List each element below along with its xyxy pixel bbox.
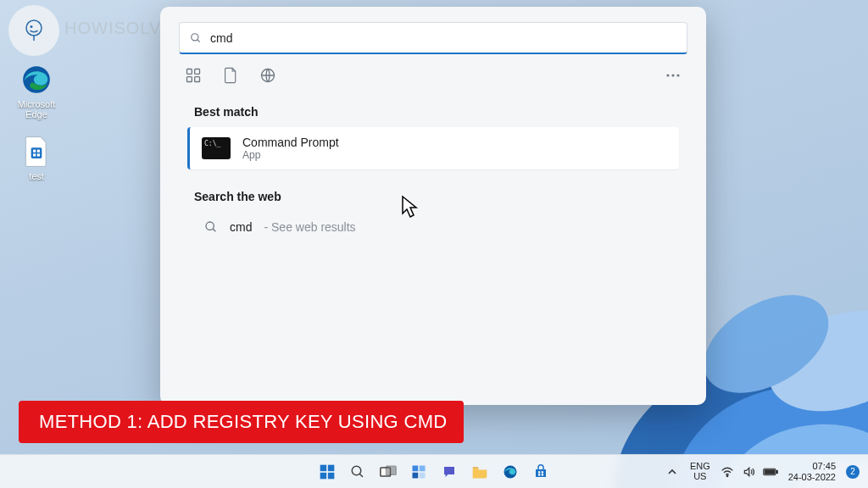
svg-rect-3: [31, 147, 42, 158]
desktop-icons: Microsoft Edge test: [8, 63, 64, 181]
task-view-button[interactable]: [376, 460, 400, 484]
web-result-term: cmd: [230, 220, 252, 234]
search-panel: Best match Command Prompt App Search the…: [160, 7, 706, 405]
svg-rect-20: [320, 464, 327, 471]
best-match-heading: Best match: [194, 105, 687, 119]
battery-icon: [763, 467, 778, 477]
svg-rect-5: [37, 150, 40, 152]
svg-point-10: [192, 33, 198, 40]
store-button[interactable]: [529, 460, 553, 484]
date-text: 24-03-2022: [788, 472, 836, 482]
search-box[interactable]: [179, 22, 687, 54]
cmd-icon: [202, 137, 231, 159]
svg-rect-7: [37, 153, 40, 156]
svg-rect-23: [328, 472, 335, 479]
site-logo: [8, 5, 59, 56]
svg-point-8: [755, 293, 868, 429]
edge-icon: [19, 63, 53, 97]
result-title: Command Prompt: [242, 136, 339, 149]
clock[interactable]: 07:45 24-03-2022: [788, 461, 836, 481]
web-result-hint: - See web results: [264, 220, 355, 234]
svg-rect-29: [413, 472, 419, 478]
search-icon: [190, 32, 202, 44]
volume-icon: [743, 466, 754, 478]
more-options-icon[interactable]: [664, 66, 682, 85]
search-filters: [179, 66, 687, 85]
result-subtitle: App: [242, 149, 339, 161]
svg-point-9: [687, 274, 846, 413]
svg-rect-28: [420, 465, 426, 471]
desktop-icon-edge[interactable]: Microsoft Edge: [8, 63, 64, 119]
start-button[interactable]: [315, 460, 339, 484]
web-result-cmd[interactable]: cmd - See web results: [199, 212, 679, 242]
svg-rect-27: [413, 465, 419, 471]
svg-rect-13: [187, 77, 192, 82]
svg-rect-35: [542, 474, 543, 475]
svg-point-16: [666, 74, 669, 76]
desktop-icon-label: Microsoft Edge: [8, 99, 64, 119]
taskbar-search-button[interactable]: [346, 460, 370, 484]
svg-rect-6: [33, 153, 36, 156]
svg-rect-12: [195, 69, 200, 75]
svg-rect-4: [33, 150, 36, 152]
chat-button[interactable]: [437, 460, 461, 484]
svg-point-36: [726, 475, 728, 477]
svg-rect-32: [538, 471, 540, 473]
search-icon: [204, 220, 218, 234]
svg-rect-14: [195, 77, 200, 82]
notifications-badge[interactable]: 2: [846, 465, 860, 479]
svg-rect-30: [420, 472, 426, 478]
file-icon: [19, 135, 53, 169]
edge-taskbar-button[interactable]: [498, 460, 522, 484]
svg-rect-34: [538, 474, 540, 475]
filter-documents-icon[interactable]: [221, 66, 240, 85]
svg-rect-39: [765, 469, 774, 474]
search-web-heading: Search the web: [194, 190, 687, 203]
svg-rect-38: [776, 470, 777, 473]
language-indicator[interactable]: ENG US: [690, 462, 710, 481]
desktop-icon-label: test: [29, 171, 44, 181]
search-result-command-prompt[interactable]: Command Prompt App: [187, 127, 679, 169]
svg-point-18: [676, 74, 679, 76]
svg-point-19: [206, 222, 214, 230]
filter-apps-icon[interactable]: [184, 66, 203, 85]
time-text: 07:45: [812, 461, 836, 471]
svg-rect-33: [542, 471, 543, 473]
svg-rect-21: [328, 464, 335, 471]
cursor-icon: [400, 195, 420, 220]
tray-chevron-icon[interactable]: [665, 464, 680, 480]
svg-point-24: [352, 466, 361, 475]
svg-rect-22: [320, 472, 327, 479]
svg-point-0: [26, 20, 42, 36]
svg-rect-26: [387, 466, 397, 474]
taskbar-center: [315, 460, 553, 484]
svg-rect-11: [187, 69, 192, 75]
widgets-button[interactable]: [407, 460, 431, 484]
svg-point-17: [671, 74, 674, 76]
taskbar-right: ENG US 07:45 24-03-2022 2: [665, 461, 868, 481]
taskbar: ENG US 07:45 24-03-2022 2: [0, 454, 868, 488]
instruction-banner: METHOD 1: ADD REGISTRY KEY USING CMD: [19, 401, 464, 443]
filter-web-icon[interactable]: [259, 66, 277, 85]
desktop-icon-test[interactable]: test: [8, 135, 64, 181]
svg-point-1: [31, 25, 33, 28]
system-tray[interactable]: [721, 466, 778, 478]
search-input[interactable]: [210, 31, 676, 45]
file-explorer-button[interactable]: [468, 460, 492, 484]
wifi-icon: [721, 466, 734, 478]
